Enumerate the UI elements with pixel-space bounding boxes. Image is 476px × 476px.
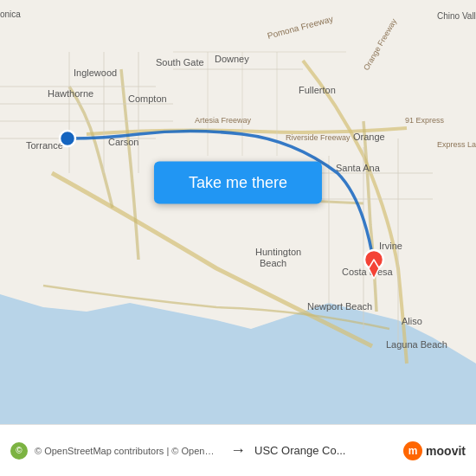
svg-text:Huntington: Huntington: [255, 247, 301, 257]
svg-text:Torrance: Torrance: [26, 140, 63, 151]
moovit-brand-text: moovit: [426, 444, 466, 458]
svg-text:Downey: Downey: [215, 54, 249, 64]
svg-text:Express La: Express La: [437, 140, 476, 149]
moovit-circle-icon: m: [403, 441, 422, 460]
svg-text:91 Express: 91 Express: [405, 116, 445, 125]
osm-logo: ©: [10, 442, 28, 460]
moovit-logo: m moovit: [403, 441, 466, 460]
svg-text:South Gate: South Gate: [156, 57, 204, 68]
svg-text:Compton: Compton: [128, 93, 167, 104]
svg-text:Orange: Orange: [353, 132, 385, 142]
svg-text:Aliso: Aliso: [402, 316, 422, 326]
svg-text:Inglewood: Inglewood: [74, 68, 117, 78]
svg-point-44: [60, 131, 75, 146]
svg-text:Newport Beach: Newport Beach: [307, 301, 372, 312]
svg-text:Beach: Beach: [260, 258, 286, 268]
attribution-text: © OpenStreetMap contributors | © OpenMap…: [35, 446, 222, 456]
bottom-bar: © © OpenStreetMap contributors | © OpenM…: [0, 424, 476, 476]
svg-text:Fullerton: Fullerton: [299, 85, 336, 95]
svg-text:Irvine: Irvine: [379, 241, 402, 251]
take-me-there-button[interactable]: Take me there: [154, 161, 322, 203]
svg-text:Artesia Freeway: Artesia Freeway: [195, 116, 252, 125]
map-container: Pomona Freeway Artesia Freeway Riverside…: [0, 0, 476, 424]
arrow-icon: →: [230, 441, 246, 460]
svg-text:onica: onica: [0, 10, 21, 19]
svg-text:Hawthorne: Hawthorne: [48, 88, 93, 99]
bottom-left-section: © © OpenStreetMap contributors | © OpenM…: [10, 442, 222, 460]
svg-text:Santa Ana: Santa Ana: [336, 163, 381, 173]
svg-text:Chino Valley: Chino Valley: [437, 11, 476, 21]
moovit-m-icon: m: [408, 445, 418, 457]
svg-text:Carson: Carson: [108, 137, 138, 147]
svg-text:Riverside Freeway: Riverside Freeway: [286, 133, 351, 142]
svg-text:Laguna Beach: Laguna Beach: [386, 339, 447, 350]
bottom-right-section: USC Orange Co... m moovit: [254, 441, 466, 460]
app: Pomona Freeway Artesia Freeway Riverside…: [0, 0, 476, 476]
destination-label: USC Orange Co...: [254, 444, 396, 457]
